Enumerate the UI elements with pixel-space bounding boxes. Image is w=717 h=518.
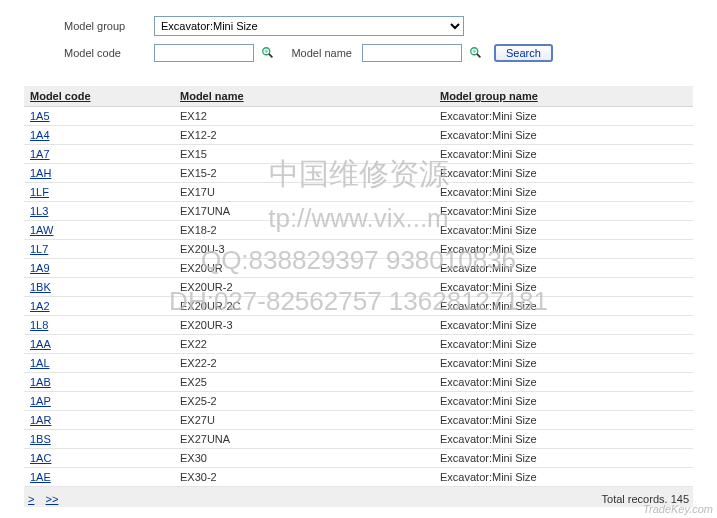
model-code-link[interactable]: 1LF: [30, 186, 49, 198]
cell-group: Excavator:Mini Size: [434, 316, 693, 335]
lookup-icon-model-name[interactable]: [468, 45, 484, 61]
table-row: 1A9EX20URExcavator:Mini Size: [24, 259, 693, 278]
table-row: 1APEX25-2Excavator:Mini Size: [24, 392, 693, 411]
cell-code: 1L3: [24, 202, 174, 221]
cell-name: EX30-2: [174, 468, 434, 487]
cell-group: Excavator:Mini Size: [434, 411, 693, 430]
cell-code: 1A4: [24, 126, 174, 145]
cell-code: 1A9: [24, 259, 174, 278]
table-row: 1AAEX22Excavator:Mini Size: [24, 335, 693, 354]
cell-code: 1L8: [24, 316, 174, 335]
cell-group: Excavator:Mini Size: [434, 373, 693, 392]
model-code-link[interactable]: 1A5: [30, 110, 50, 122]
search-button[interactable]: Search: [494, 44, 553, 62]
select-model-group[interactable]: Excavator:Mini Size: [154, 16, 464, 36]
cell-code: 1AR: [24, 411, 174, 430]
cell-group: Excavator:Mini Size: [434, 107, 693, 126]
model-code-link[interactable]: 1BK: [30, 281, 51, 293]
model-code-link[interactable]: 1AH: [30, 167, 51, 179]
label-model-group: Model group: [64, 20, 148, 32]
table-row: 1LFEX17UExcavator:Mini Size: [24, 183, 693, 202]
cell-name: EX20U-3: [174, 240, 434, 259]
table-body: 1A5EX12Excavator:Mini Size1A4EX12-2Excav…: [24, 107, 693, 487]
cell-group: Excavator:Mini Size: [434, 240, 693, 259]
model-code-link[interactable]: 1A9: [30, 262, 50, 274]
table-row: 1A4EX12-2Excavator:Mini Size: [24, 126, 693, 145]
cell-group: Excavator:Mini Size: [434, 259, 693, 278]
cell-code: 1AB: [24, 373, 174, 392]
model-code-link[interactable]: 1AW: [30, 224, 53, 236]
cell-group: Excavator:Mini Size: [434, 297, 693, 316]
table-row: 1ALEX22-2Excavator:Mini Size: [24, 354, 693, 373]
table-row: 1L7EX20U-3Excavator:Mini Size: [24, 240, 693, 259]
table-row: 1ACEX30Excavator:Mini Size: [24, 449, 693, 468]
table-row: 1A7EX15Excavator:Mini Size: [24, 145, 693, 164]
cell-code: 1AH: [24, 164, 174, 183]
cell-code: 1AE: [24, 468, 174, 487]
model-code-link[interactable]: 1L8: [30, 319, 48, 331]
pager-next[interactable]: >: [28, 493, 34, 505]
table-row: 1L8EX20UR-3Excavator:Mini Size: [24, 316, 693, 335]
cell-name: EX12-2: [174, 126, 434, 145]
col-header-group[interactable]: Model group name: [434, 86, 693, 107]
model-code-link[interactable]: 1AR: [30, 414, 51, 426]
cell-name: EX12: [174, 107, 434, 126]
pager-last[interactable]: >>: [46, 493, 59, 505]
cell-name: EX15: [174, 145, 434, 164]
table-row: 1AHEX15-2Excavator:Mini Size: [24, 164, 693, 183]
cell-group: Excavator:Mini Size: [434, 449, 693, 468]
table-row: 1A2EX20UR-2CExcavator:Mini Size: [24, 297, 693, 316]
cell-code: 1A5: [24, 107, 174, 126]
search-form: Model group Excavator:Mini Size Model co…: [24, 8, 693, 82]
model-code-link[interactable]: 1A2: [30, 300, 50, 312]
cell-name: EX20UR-2C: [174, 297, 434, 316]
label-model-code: Model code: [64, 47, 148, 59]
model-code-link[interactable]: 1AE: [30, 471, 51, 483]
model-code-link[interactable]: 1BS: [30, 433, 51, 445]
model-code-link[interactable]: 1A7: [30, 148, 50, 160]
lookup-icon-model-code[interactable]: [260, 45, 276, 61]
model-code-link[interactable]: 1AA: [30, 338, 51, 350]
model-code-link[interactable]: 1AP: [30, 395, 51, 407]
cell-name: EX22: [174, 335, 434, 354]
footer-bar: > >> Total records. 145: [24, 487, 693, 507]
cell-group: Excavator:Mini Size: [434, 468, 693, 487]
cell-name: EX17UNA: [174, 202, 434, 221]
cell-name: EX27UNA: [174, 430, 434, 449]
model-code-link[interactable]: 1AL: [30, 357, 50, 369]
cell-name: EX17U: [174, 183, 434, 202]
model-code-link[interactable]: 1AB: [30, 376, 51, 388]
model-code-link[interactable]: 1A4: [30, 129, 50, 141]
input-model-code[interactable]: [154, 44, 254, 62]
col-header-code[interactable]: Model code: [24, 86, 174, 107]
row-model-code-name: Model code Model name Search: [64, 44, 693, 62]
cell-group: Excavator:Mini Size: [434, 354, 693, 373]
model-code-link[interactable]: 1L3: [30, 205, 48, 217]
cell-code: 1A2: [24, 297, 174, 316]
cell-group: Excavator:Mini Size: [434, 430, 693, 449]
input-model-name[interactable]: [362, 44, 462, 62]
cell-group: Excavator:Mini Size: [434, 221, 693, 240]
model-code-link[interactable]: 1AC: [30, 452, 51, 464]
cell-group: Excavator:Mini Size: [434, 335, 693, 354]
table-row: 1AWEX18-2Excavator:Mini Size: [24, 221, 693, 240]
cell-code: 1L7: [24, 240, 174, 259]
col-header-name[interactable]: Model name: [174, 86, 434, 107]
row-model-group: Model group Excavator:Mini Size: [64, 16, 693, 36]
table-row: 1A5EX12Excavator:Mini Size: [24, 107, 693, 126]
cell-group: Excavator:Mini Size: [434, 126, 693, 145]
model-code-link[interactable]: 1L7: [30, 243, 48, 255]
pager: > >>: [28, 493, 66, 505]
table-row: 1AREX27UExcavator:Mini Size: [24, 411, 693, 430]
cell-group: Excavator:Mini Size: [434, 392, 693, 411]
table-header: Model code Model name Model group name: [24, 86, 693, 107]
cell-code: 1A7: [24, 145, 174, 164]
cell-group: Excavator:Mini Size: [434, 164, 693, 183]
cell-name: EX20UR-3: [174, 316, 434, 335]
cell-group: Excavator:Mini Size: [434, 145, 693, 164]
svg-line-1: [269, 54, 273, 58]
cell-group: Excavator:Mini Size: [434, 183, 693, 202]
table-row: 1L3EX17UNAExcavator:Mini Size: [24, 202, 693, 221]
table-row: 1BKEX20UR-2Excavator:Mini Size: [24, 278, 693, 297]
cell-name: EX20UR-2: [174, 278, 434, 297]
